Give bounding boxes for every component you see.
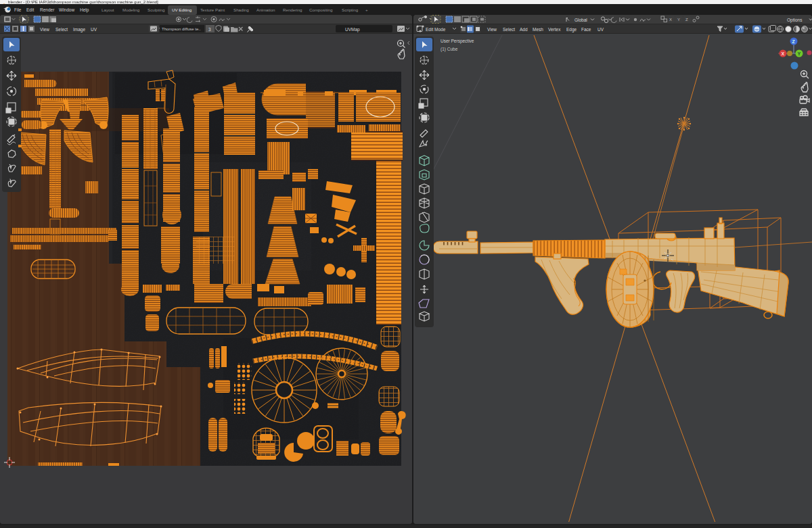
svg-text:UV: UV <box>91 27 97 32</box>
svg-text:Shading: Shading <box>233 7 249 12</box>
svg-text:UV Editing: UV Editing <box>172 7 192 12</box>
svg-text:View: View <box>487 27 497 32</box>
svg-text:Y: Y <box>798 51 801 56</box>
svg-text:Z: Z <box>685 18 688 22</box>
svg-text:Layout: Layout <box>102 7 114 12</box>
svg-text:3: 3 <box>208 27 211 32</box>
svg-text:Sculpting: Sculpting <box>148 7 165 12</box>
svg-text:Animation: Animation <box>256 7 275 12</box>
svg-text:Render: Render <box>40 7 55 12</box>
svg-text:Add: Add <box>520 27 528 32</box>
svg-text:Y: Y <box>677 18 680 22</box>
svg-text:Scripting: Scripting <box>342 7 359 12</box>
svg-text:(1) Cube: (1) Cube <box>441 47 458 52</box>
svg-text:Rendering: Rendering <box>283 7 302 12</box>
svg-text:UV: UV <box>597 27 604 32</box>
svg-text:Options: Options <box>787 18 803 23</box>
svg-text:+: + <box>365 7 368 12</box>
svg-text:Face: Face <box>581 27 591 32</box>
svg-text:View: View <box>40 27 49 32</box>
svg-text:User Perspective: User Perspective <box>441 39 474 44</box>
svg-text:Thompson diffuse te..: Thompson diffuse te.. <box>162 27 201 31</box>
svg-text:Z: Z <box>792 39 796 44</box>
svg-text:Help: Help <box>80 7 89 13</box>
svg-text:Global: Global <box>574 18 587 22</box>
svg-text:Compositing: Compositing <box>309 7 333 12</box>
svg-text:Vertex: Vertex <box>548 27 561 32</box>
svg-text:Edit: Edit <box>26 7 34 12</box>
svg-text:Texture Paint: Texture Paint <box>200 7 225 12</box>
svg-text:Image: Image <box>73 27 85 32</box>
svg-text:X: X <box>782 51 785 56</box>
svg-text:X: X <box>669 18 672 22</box>
svg-text:Edge: Edge <box>566 27 577 32</box>
svg-text:Modeling: Modeling <box>122 7 140 12</box>
svg-text:File: File <box>14 7 22 12</box>
svg-text:Select: Select <box>503 27 515 32</box>
svg-text:Mesh: Mesh <box>533 27 543 32</box>
svg-text:Window: Window <box>59 7 74 12</box>
svg-text:Edit Mode: Edit Mode <box>426 27 446 32</box>
svg-text:Select: Select <box>55 27 68 32</box>
svg-text:UVMap: UVMap <box>345 27 360 32</box>
